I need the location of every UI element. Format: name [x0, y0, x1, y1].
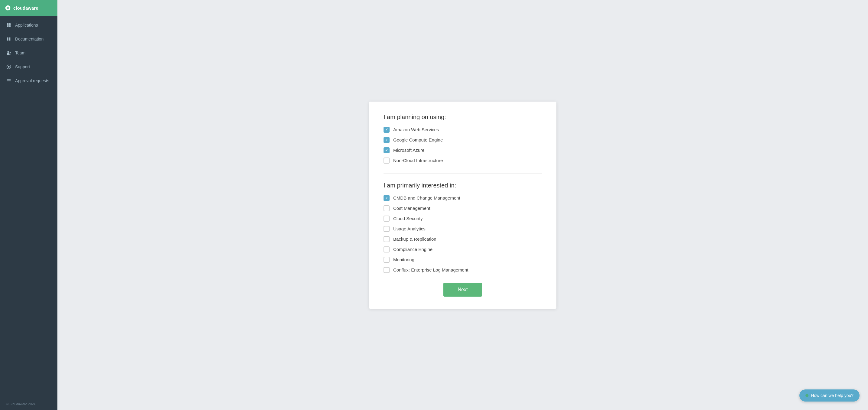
- interest-checkbox-7[interactable]: [383, 267, 390, 273]
- sidebar-nav: Applications Documentation Team Support …: [0, 16, 57, 398]
- cloud-checkbox-0[interactable]: [383, 127, 390, 133]
- list-icon: [6, 78, 11, 84]
- cloud-option-1[interactable]: Google Compute Engine: [383, 137, 542, 143]
- form-card: I am planning on using: Amazon Web Servi…: [369, 101, 556, 309]
- interest-option-4[interactable]: Backup & Replication: [383, 236, 542, 242]
- sidebar-item-team[interactable]: Team: [0, 46, 57, 60]
- sidebar-item-applications-label: Applications: [15, 23, 38, 28]
- interest-option-7[interactable]: Conflux: Enterprise Log Management: [383, 267, 542, 273]
- interest-checkbox-2[interactable]: [383, 215, 390, 222]
- grid-icon: [6, 22, 11, 28]
- interest-option-1[interactable]: Cost Management: [383, 205, 542, 211]
- interest-option-label-5: Compliance Engine: [393, 247, 433, 252]
- chat-widget[interactable]: How can we help you?: [799, 389, 860, 402]
- interest-checkbox-0[interactable]: [383, 195, 390, 201]
- cloud-option-2[interactable]: Microsoft Azure: [383, 147, 542, 153]
- sidebar-item-support[interactable]: Support: [0, 60, 57, 74]
- svg-point-7: [8, 66, 9, 67]
- next-button[interactable]: Next: [443, 283, 483, 297]
- interest-checkbox-4[interactable]: [383, 236, 390, 242]
- copyright: © Cloudaware 2024: [0, 398, 57, 410]
- cloud-checkbox-2[interactable]: [383, 147, 390, 153]
- cloud-option-3[interactable]: Non-Cloud Infrastructure: [383, 157, 542, 164]
- svg-point-5: [10, 52, 11, 53]
- sidebar-item-applications[interactable]: Applications: [0, 18, 57, 32]
- interest-checkbox-1[interactable]: [383, 205, 390, 211]
- interest-checkbox-3[interactable]: [383, 226, 390, 232]
- cloud-option-label-3: Non-Cloud Infrastructure: [393, 158, 443, 163]
- interest-option-label-7: Conflux: Enterprise Log Management: [393, 267, 468, 272]
- svg-rect-3: [9, 25, 10, 27]
- interest-option-3[interactable]: Usage Analytics: [383, 226, 542, 232]
- sidebar-item-approval-requests-label: Approval requests: [15, 78, 49, 83]
- main-content: I am planning on using: Amazon Web Servi…: [57, 0, 868, 410]
- cloud-option-label-2: Microsoft Azure: [393, 148, 424, 153]
- logo-text: cloudaware: [13, 5, 38, 10]
- logo-icon: [5, 5, 11, 11]
- interest-option-0[interactable]: CMDB and Change Management: [383, 195, 542, 201]
- team-icon: [6, 50, 11, 56]
- interest-option-2[interactable]: Cloud Security: [383, 215, 542, 222]
- cloud-checkbox-1[interactable]: [383, 137, 390, 143]
- cloud-options-group: Amazon Web ServicesGoogle Compute Engine…: [383, 127, 542, 164]
- chat-status-dot: [805, 394, 808, 397]
- interest-option-label-3: Usage Analytics: [393, 226, 426, 231]
- sidebar-item-documentation[interactable]: Documentation: [0, 32, 57, 46]
- interest-option-6[interactable]: Monitoring: [383, 257, 542, 263]
- interest-option-label-4: Backup & Replication: [393, 236, 436, 242]
- svg-rect-2: [7, 25, 8, 27]
- cloud-option-label-1: Google Compute Engine: [393, 137, 443, 142]
- interest-option-label-0: CMDB and Change Management: [393, 195, 460, 201]
- chat-label: How can we help you?: [811, 393, 854, 398]
- interest-checkbox-5[interactable]: [383, 246, 390, 253]
- book-icon: [6, 36, 11, 42]
- sidebar-item-team-label: Team: [15, 51, 25, 55]
- cloud-option-label-0: Amazon Web Services: [393, 127, 439, 132]
- interest-options-group: CMDB and Change ManagementCost Managemen…: [383, 195, 542, 273]
- svg-point-4: [7, 51, 9, 53]
- interest-option-label-6: Monitoring: [393, 257, 414, 262]
- section2-title: I am primarily interested in:: [383, 182, 542, 189]
- cloud-checkbox-3[interactable]: [383, 157, 390, 164]
- svg-rect-8: [7, 79, 10, 80]
- sidebar-item-support-label: Support: [15, 64, 30, 69]
- interest-option-5[interactable]: Compliance Engine: [383, 246, 542, 253]
- interest-option-label-1: Cost Management: [393, 206, 430, 211]
- sidebar: cloudaware Applications Documentation Te…: [0, 0, 57, 410]
- cloud-option-0[interactable]: Amazon Web Services: [383, 127, 542, 133]
- interest-checkbox-6[interactable]: [383, 257, 390, 263]
- sidebar-item-documentation-label: Documentation: [15, 37, 43, 41]
- svg-rect-10: [7, 82, 10, 82]
- support-icon: [6, 64, 11, 69]
- logo[interactable]: cloudaware: [0, 0, 57, 16]
- svg-rect-0: [7, 23, 8, 25]
- sidebar-item-approval-requests[interactable]: Approval requests: [0, 74, 57, 88]
- section-divider: [383, 173, 542, 174]
- interest-option-label-2: Cloud Security: [393, 216, 423, 221]
- section1-title: I am planning on using:: [383, 114, 542, 121]
- svg-rect-1: [9, 23, 10, 25]
